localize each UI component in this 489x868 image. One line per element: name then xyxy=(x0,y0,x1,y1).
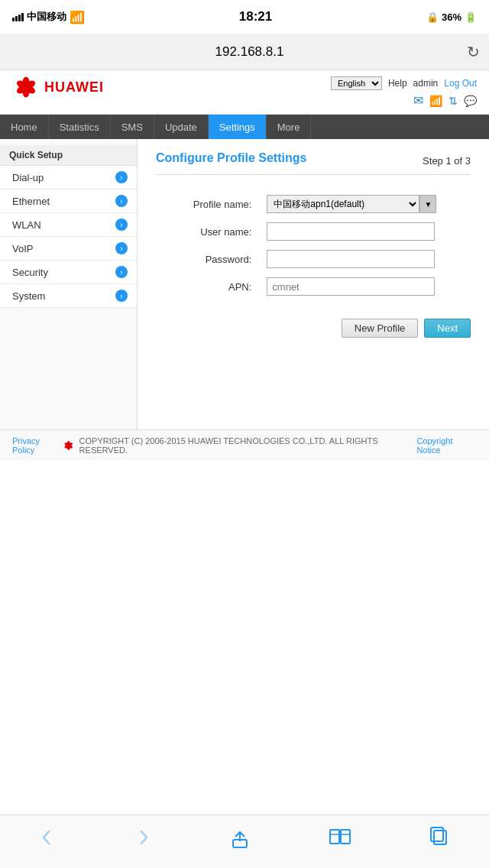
apn-input-cell xyxy=(261,273,471,300)
nav-bar: Home Statistics SMS Update Settings More xyxy=(0,115,489,139)
profile-name-select[interactable]: 中国移动apn1(default) xyxy=(267,195,419,213)
nav-item-statistics[interactable]: Statistics xyxy=(49,115,111,139)
nav-item-settings[interactable]: Settings xyxy=(209,115,267,139)
user-name-label: User name: xyxy=(156,218,261,245)
sidebar-label-voip: VoIP xyxy=(12,243,33,254)
footer: Privacy Policy COPYRIGHT (C) 2006-2015 H… xyxy=(0,429,489,461)
huawei-logo: HUAWEI xyxy=(12,76,104,98)
form-row-profile-name: Profile name: 中国移动apn1(default) ▼ xyxy=(156,190,471,218)
browser-bar: 192.168.8.1 ↻ xyxy=(0,34,489,70)
arrow-icon-security: › xyxy=(115,266,128,278)
sidebar-item-security[interactable]: Security › xyxy=(0,261,137,284)
sidebar: Quick Setup Dial-up › Ethernet › WLAN › … xyxy=(0,139,138,429)
status-right: 🔒 36% 🔋 xyxy=(426,11,477,23)
sidebar-label-dial-up: Dial-up xyxy=(12,172,44,183)
copyright-notice-link[interactable]: Copyright Notice xyxy=(416,436,477,455)
step-info: Step 1 of 3 xyxy=(423,155,471,167)
sidebar-label-security: Security xyxy=(12,267,48,278)
sidebar-label-wlan: WLAN xyxy=(12,219,41,231)
logout-link[interactable]: Log Out xyxy=(444,78,477,89)
sidebar-title: Quick Setup xyxy=(0,145,137,166)
arrow-icon-dial-up: › xyxy=(115,171,128,183)
status-bar: 中国移动 📶 18:21 🔒 36% 🔋 xyxy=(0,0,489,34)
profile-form: Profile name: 中国移动apn1(default) ▼ User n… xyxy=(156,190,471,300)
admin-link[interactable]: admin xyxy=(413,78,439,89)
form-row-password: Password: xyxy=(156,245,471,273)
password-input[interactable] xyxy=(267,250,435,268)
brand-name: HUAWEI xyxy=(44,79,104,96)
footer-center: COPYRIGHT (C) 2006-2015 HUAWEI TECHNOLOG… xyxy=(63,436,416,455)
url-bar[interactable]: 192.168.8.1 xyxy=(40,44,459,60)
sidebar-item-system[interactable]: System › xyxy=(0,284,137,308)
battery-percent: 36% xyxy=(442,11,461,23)
nav-item-more[interactable]: More xyxy=(267,115,312,139)
sidebar-label-system: System xyxy=(12,290,45,302)
mail-icon[interactable]: ✉ xyxy=(413,93,423,108)
button-row: New Profile Next xyxy=(156,319,471,338)
header-right: English Help admin Log Out ✉ 📶 ⇅ 💬 xyxy=(331,76,477,108)
new-profile-button[interactable]: New Profile xyxy=(342,319,418,338)
profile-name-input-cell: 中国移动apn1(default) ▼ xyxy=(261,190,471,218)
main-content: Quick Setup Dial-up › Ethernet › WLAN › … xyxy=(0,139,489,429)
next-button[interactable]: Next xyxy=(424,319,471,338)
help-link[interactable]: Help xyxy=(388,78,407,89)
clock: 18:21 xyxy=(239,9,272,24)
user-name-input[interactable] xyxy=(267,222,435,241)
wifi-icon: 📶 xyxy=(70,10,85,24)
apn-label: APN: xyxy=(156,273,261,300)
nav-item-update[interactable]: Update xyxy=(154,115,209,139)
form-row-user-name: User name: xyxy=(156,218,471,245)
arrow-icon-ethernet: › xyxy=(115,195,128,207)
reload-button[interactable]: ↻ xyxy=(467,43,480,61)
arrows-icon: ⇅ xyxy=(449,95,458,107)
battery-icon: 🔋 xyxy=(465,11,477,23)
profile-name-dropdown-btn[interactable]: ▼ xyxy=(419,195,436,213)
lock-icon: 🔒 xyxy=(426,11,439,23)
signal-status-icon: 📶 xyxy=(429,95,442,107)
header-icons-row: ✉ 📶 ⇅ 💬 xyxy=(413,93,477,108)
sms-icon: 💬 xyxy=(464,95,477,107)
footer-logo-icon xyxy=(63,441,74,450)
profile-name-select-wrap: 中国移动apn1(default) ▼ xyxy=(267,195,465,213)
arrow-icon-wlan: › xyxy=(115,219,128,231)
status-left: 中国移动 📶 xyxy=(12,10,85,24)
apn-input[interactable] xyxy=(267,277,435,296)
language-select[interactable]: English xyxy=(331,76,382,90)
sidebar-item-voip[interactable]: VoIP › xyxy=(0,237,137,261)
arrow-icon-voip: › xyxy=(115,242,128,254)
arrow-icon-system: › xyxy=(115,290,128,302)
sidebar-label-ethernet: Ethernet xyxy=(12,196,50,207)
page-header: HUAWEI English Help admin Log Out ✉ 📶 ⇅ … xyxy=(0,70,489,115)
page-spacer xyxy=(0,461,489,522)
profile-name-label: Profile name: xyxy=(156,190,261,218)
content-panel: Configure Profile Settings Step 1 of 3 P… xyxy=(138,139,489,429)
nav-item-home[interactable]: Home xyxy=(0,115,49,139)
huawei-logo-icon xyxy=(12,76,40,98)
privacy-policy-link[interactable]: Privacy Policy xyxy=(12,436,63,455)
title-row: Configure Profile Settings Step 1 of 3 xyxy=(156,151,471,175)
header-top-row: English Help admin Log Out xyxy=(331,76,477,90)
carrier-name: 中国移动 xyxy=(27,10,66,24)
sidebar-item-ethernet[interactable]: Ethernet › xyxy=(0,189,137,213)
copyright-text: COPYRIGHT (C) 2006-2015 HUAWEI TECHNOLOG… xyxy=(79,436,417,455)
signal-icon xyxy=(12,13,24,21)
password-input-cell xyxy=(261,245,471,273)
form-row-apn: APN: xyxy=(156,273,471,300)
nav-item-sms[interactable]: SMS xyxy=(111,115,154,139)
password-label: Password: xyxy=(156,245,261,273)
page-title: Configure Profile Settings xyxy=(156,151,306,165)
user-name-input-cell xyxy=(261,218,471,245)
sidebar-item-dial-up[interactable]: Dial-up › xyxy=(0,166,137,189)
sidebar-item-wlan[interactable]: WLAN › xyxy=(0,213,137,237)
